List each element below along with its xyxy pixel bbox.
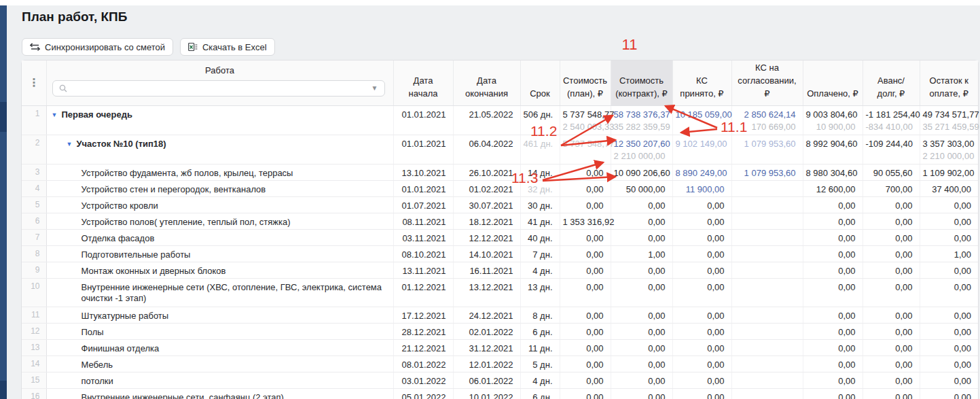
- search-input[interactable]: [67, 83, 371, 93]
- cell-remaining: 3 357 303,002 210 000,00: [920, 135, 978, 164]
- expand-caret-icon[interactable]: ▼: [52, 111, 58, 118]
- work-name[interactable]: Участок №10 (тип18): [76, 139, 166, 149]
- cell-ks-accepted: 0,00: [672, 213, 731, 229]
- cell-remaining: 0,00: [920, 262, 978, 278]
- work-name: Устройство фудамента, жб полов, крылец, …: [81, 168, 293, 178]
- table-row: 7Отделка фасадов03.11.202112.12.202140 д…: [22, 229, 978, 245]
- cell-cost-plan: 5 737 548,77: [560, 135, 611, 164]
- work-name: Внутренние инженерные сети, санфаянц (2 …: [81, 392, 284, 399]
- cell-ks-pending[interactable]: 1 079 953,60: [731, 164, 803, 180]
- cell-cost-plan: 0,00: [560, 307, 611, 323]
- column-header-date-start: Дата начала: [393, 60, 453, 105]
- row-number: 8: [22, 245, 46, 262]
- cell-cost-plan: 0,00: [560, 245, 611, 262]
- cell-ks-pending: [731, 355, 803, 372]
- work-cell: Мебель: [46, 355, 393, 372]
- excel-icon: [188, 42, 198, 52]
- work-cell: Внутренние инженерные сети, санфаянц (2 …: [46, 388, 393, 399]
- cell-date-start: 01.01.2021: [393, 135, 453, 164]
- row-number: 15: [22, 372, 46, 388]
- cell-date-start: 13.10.2021: [393, 164, 453, 180]
- work-name: Устройство полов( утепление, теплый пол,…: [81, 217, 291, 227]
- cell-date-end: 21.05.2022: [453, 105, 520, 135]
- cell-date-end: 26.10.2021: [453, 164, 520, 180]
- cell-remaining: 0,00: [920, 388, 978, 399]
- cell-cost-contract[interactable]: 12 350 207,602 210 000,00: [611, 135, 672, 164]
- row-number: 4: [22, 180, 46, 196]
- row-number: 2: [22, 135, 46, 164]
- cell-remaining: 0,00: [920, 323, 978, 339]
- cell-date-start: 03.11.2021: [393, 229, 453, 245]
- cell-ks-pending[interactable]: 1 079 953,60: [731, 135, 803, 164]
- cell-paid: 0,00: [803, 372, 863, 388]
- cell-cost-plan: 0,00: [560, 355, 611, 372]
- column-header-duration: Срок: [520, 60, 560, 105]
- cell-ks-accepted: 0,00: [672, 278, 731, 307]
- row-number: 16: [22, 388, 46, 399]
- cell-ks-pending: [731, 278, 803, 307]
- cell-date-end: 12.12.2021: [453, 229, 520, 245]
- column-header-date-end: Дата окончания: [453, 60, 520, 105]
- cell-paid: 0,00: [803, 262, 863, 278]
- cell-paid: 0,00: [803, 278, 863, 307]
- work-name: Штукатурные работы: [81, 311, 169, 321]
- cell-date-start: 05.01.2022: [393, 388, 453, 399]
- cell-cost-contract[interactable]: 58 738 376,3735 282 359,59: [611, 105, 672, 135]
- download-excel-button[interactable]: Скачать в Excel: [180, 38, 275, 56]
- cell-duration: 32 дн.: [520, 180, 560, 196]
- cell-paid: 9 003 804,6010 900,00: [803, 105, 863, 135]
- drag-handle-icon[interactable]: ⋮: [29, 77, 39, 88]
- column-header-remaining: Остаток к оплате, ₽: [920, 60, 978, 105]
- table-row: 16Внутренние инженерные сети, санфаянц (…: [22, 388, 978, 399]
- cell-date-end: 18.12.2021: [453, 213, 520, 229]
- cell-date-end: 24.12.2021: [453, 307, 520, 323]
- cell-ks-accepted: 0,00: [672, 339, 731, 355]
- table-row: 11Штукатурные работы17.12.202124.12.2021…: [22, 307, 978, 323]
- cell-paid: 0,00: [803, 339, 863, 355]
- cell-ks-accepted[interactable]: 10 185 059,00: [672, 105, 731, 135]
- sync-with-estimate-button[interactable]: Синхронизировать со сметой: [22, 38, 173, 56]
- work-cell: Устройство фудамента, жб полов, крылец, …: [46, 164, 393, 180]
- column-header-work: Работа▼: [46, 60, 393, 105]
- cell-advance-debt: -1 181 254,40-834 410,00: [863, 105, 920, 135]
- cell-cost-contract: 0,00: [611, 323, 672, 339]
- work-name[interactable]: Первая очередь: [61, 109, 132, 120]
- cell-cost-contract: 0,00: [611, 372, 672, 388]
- column-header-ks-pending: КС на согласовании, ₽: [731, 60, 803, 105]
- work-name: Подготовительные работы: [81, 249, 191, 260]
- cell-advance-debt: 0,00: [863, 245, 920, 262]
- cell-remaining: 0,00: [920, 372, 978, 388]
- cell-date-start: 13.11.2021: [393, 262, 453, 278]
- sidebar-edge[interactable]: [0, 5, 7, 399]
- search-dropdown-caret-icon[interactable]: ▼: [371, 85, 378, 92]
- cell-ks-accepted[interactable]: 9 102 149,00: [672, 135, 731, 164]
- cell-remaining: 37 400,00: [920, 180, 978, 196]
- table-row: 15потолки03.01.202206.01.20224 дн.0,000,…: [22, 372, 978, 388]
- cell-cost-plan: 5 737 548,772 540 003,33: [560, 105, 611, 135]
- cell-date-start: 01.01.2021: [393, 180, 453, 196]
- table-row: 1▼Первая очередь01.01.202121.05.2022506 …: [22, 105, 978, 135]
- cell-date-end: 06.04.2022: [453, 135, 520, 164]
- cell-advance-debt: 0,00: [863, 323, 920, 339]
- cell-duration: 506 дн.: [520, 105, 560, 135]
- cell-remaining: 0,00: [920, 196, 978, 213]
- cell-cost-plan: 0,00: [560, 196, 611, 213]
- row-number: 9: [22, 262, 46, 278]
- row-number: 3: [22, 164, 46, 180]
- cell-cost-contract: 1,00: [611, 245, 672, 262]
- cell-ks-pending: [731, 323, 803, 339]
- cell-remaining: 0,00: [920, 307, 978, 323]
- cell-ks-accepted[interactable]: 8 890 249,00: [672, 164, 731, 180]
- cell-ks-pending: [731, 339, 803, 355]
- expand-caret-icon[interactable]: ▼: [67, 141, 73, 148]
- toolbar: Синхронизировать со сметой Скачать в Exc…: [22, 38, 275, 56]
- work-cell: Монтаж оконных и дверных блоков: [46, 262, 393, 278]
- cell-cost-contract: 0,00: [611, 262, 672, 278]
- column-header-paid: Оплачено, ₽: [803, 60, 863, 105]
- work-cell: Финишная отделка: [46, 339, 393, 355]
- cell-ks-pending[interactable]: 2 850 624,14170 669,00: [731, 105, 803, 135]
- cell-ks-accepted[interactable]: 11 900,00: [672, 180, 731, 196]
- work-name: Полы: [81, 327, 104, 337]
- cell-date-start: 08.11.2021: [393, 213, 453, 229]
- cell-remaining: 49 734 571,7735 271 459,59: [920, 105, 978, 135]
